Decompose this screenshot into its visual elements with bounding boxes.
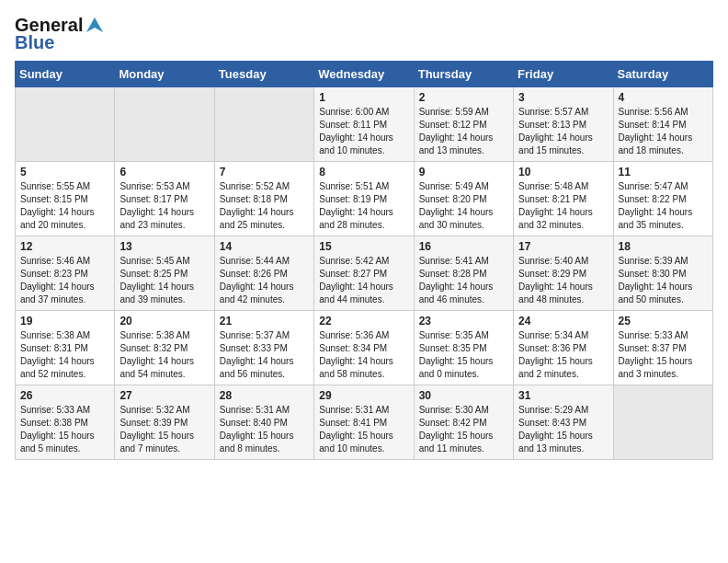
cell-info: Sunrise: 5:31 AMSunset: 8:40 PMDaylight:… [220,404,309,455]
calendar-cell: 1Sunrise: 6:00 AMSunset: 8:11 PMDaylight… [314,87,414,162]
day-number: 2 [419,91,508,104]
calendar-table: SundayMondayTuesdayWednesdayThursdayFrid… [15,61,713,460]
cell-info: Sunrise: 5:30 AMSunset: 8:42 PMDaylight:… [419,404,508,455]
header-day-monday: Monday [115,62,214,87]
cell-info: Sunrise: 5:52 AMSunset: 8:18 PMDaylight:… [220,180,309,232]
header-day-wednesday: Wednesday [314,62,414,87]
day-number: 29 [319,389,408,402]
header-day-thursday: Thursday [414,62,513,87]
calendar-cell: 14Sunrise: 5:44 AMSunset: 8:26 PMDayligh… [214,236,313,311]
calendar-cell: 21Sunrise: 5:37 AMSunset: 8:33 PMDayligh… [214,311,313,385]
day-number: 6 [119,166,209,178]
cell-info: Sunrise: 5:53 AMSunset: 8:17 PMDaylight:… [119,180,209,232]
day-number: 14 [220,240,309,253]
calendar-cell: 10Sunrise: 5:48 AMSunset: 8:21 PMDayligh… [514,162,613,236]
day-number: 27 [119,389,209,402]
calendar-cell: 28Sunrise: 5:31 AMSunset: 8:40 PMDayligh… [214,385,313,460]
cell-info: Sunrise: 5:57 AMSunset: 8:13 PMDaylight:… [518,106,608,157]
calendar-cell [613,385,712,460]
cell-info: Sunrise: 5:38 AMSunset: 8:32 PMDaylight:… [119,329,209,381]
day-number: 19 [20,315,109,327]
calendar-cell: 13Sunrise: 5:45 AMSunset: 8:25 PMDayligh… [115,236,214,311]
calendar-cell: 2Sunrise: 5:59 AMSunset: 8:12 PMDaylight… [414,87,513,162]
day-number: 5 [20,166,109,178]
calendar-week-4: 19Sunrise: 5:38 AMSunset: 8:31 PMDayligh… [16,311,713,385]
calendar-cell: 15Sunrise: 5:42 AMSunset: 8:27 PMDayligh… [314,236,414,311]
calendar-week-3: 12Sunrise: 5:46 AMSunset: 8:23 PMDayligh… [16,236,713,311]
cell-info: Sunrise: 5:59 AMSunset: 8:12 PMDaylight:… [419,106,508,157]
calendar-cell: 18Sunrise: 5:39 AMSunset: 8:30 PMDayligh… [613,236,712,311]
day-number: 18 [619,240,708,253]
calendar-cell [214,87,313,162]
day-number: 26 [20,389,109,402]
cell-info: Sunrise: 5:33 AMSunset: 8:37 PMDaylight:… [619,329,708,381]
cell-info: Sunrise: 5:56 AMSunset: 8:14 PMDaylight:… [619,106,708,157]
cell-info: Sunrise: 5:38 AMSunset: 8:31 PMDaylight:… [20,329,109,381]
day-number: 23 [419,315,508,327]
day-number: 31 [518,389,608,402]
day-number: 11 [619,166,708,178]
cell-info: Sunrise: 5:46 AMSunset: 8:23 PMDaylight:… [20,255,109,306]
cell-info: Sunrise: 5:55 AMSunset: 8:15 PMDaylight:… [20,180,109,232]
calendar-cell: 24Sunrise: 5:34 AMSunset: 8:36 PMDayligh… [514,311,613,385]
cell-info: Sunrise: 5:41 AMSunset: 8:28 PMDaylight:… [419,255,508,306]
cell-info: Sunrise: 5:48 AMSunset: 8:21 PMDaylight:… [518,180,608,232]
cell-info: Sunrise: 5:42 AMSunset: 8:27 PMDaylight:… [319,255,408,306]
svg-marker-0 [86,17,103,32]
calendar-week-5: 26Sunrise: 5:33 AMSunset: 8:38 PMDayligh… [16,385,713,460]
day-number: 3 [518,91,608,104]
calendar-cell: 6Sunrise: 5:53 AMSunset: 8:17 PMDaylight… [115,162,214,236]
calendar-cell: 23Sunrise: 5:35 AMSunset: 8:35 PMDayligh… [414,311,513,385]
logo-blue-text: Blue [15,32,54,53]
cell-info: Sunrise: 6:00 AMSunset: 8:11 PMDaylight:… [319,106,408,157]
calendar-header-row: SundayMondayTuesdayWednesdayThursdayFrid… [16,62,713,87]
cell-info: Sunrise: 5:37 AMSunset: 8:33 PMDaylight:… [220,329,309,381]
calendar-cell: 19Sunrise: 5:38 AMSunset: 8:31 PMDayligh… [16,311,115,385]
calendar-week-2: 5Sunrise: 5:55 AMSunset: 8:15 PMDaylight… [16,162,713,236]
day-number: 22 [319,315,408,327]
day-number: 1 [319,91,408,104]
cell-info: Sunrise: 5:36 AMSunset: 8:34 PMDaylight:… [319,329,408,381]
calendar-week-1: 1Sunrise: 6:00 AMSunset: 8:11 PMDaylight… [16,87,713,162]
logo: General Blue [15,15,105,53]
calendar-cell: 11Sunrise: 5:47 AMSunset: 8:22 PMDayligh… [613,162,712,236]
header-day-saturday: Saturday [613,62,712,87]
day-number: 13 [119,240,209,253]
logo-bird-icon [85,16,105,36]
cell-info: Sunrise: 5:44 AMSunset: 8:26 PMDaylight:… [220,255,309,306]
cell-info: Sunrise: 5:32 AMSunset: 8:39 PMDaylight:… [119,404,209,455]
day-number: 12 [20,240,109,253]
cell-info: Sunrise: 5:51 AMSunset: 8:19 PMDaylight:… [319,180,408,232]
calendar-cell [115,87,214,162]
day-number: 16 [419,240,508,253]
cell-info: Sunrise: 5:33 AMSunset: 8:38 PMDaylight:… [20,404,109,455]
page-header: General Blue [15,15,713,53]
day-number: 20 [119,315,209,327]
calendar-cell: 17Sunrise: 5:40 AMSunset: 8:29 PMDayligh… [514,236,613,311]
day-number: 17 [518,240,608,253]
calendar-body: 1Sunrise: 6:00 AMSunset: 8:11 PMDaylight… [16,87,713,460]
calendar-cell [16,87,115,162]
calendar-cell: 3Sunrise: 5:57 AMSunset: 8:13 PMDaylight… [514,87,613,162]
cell-info: Sunrise: 5:35 AMSunset: 8:35 PMDaylight:… [419,329,508,381]
cell-info: Sunrise: 5:31 AMSunset: 8:41 PMDaylight:… [319,404,408,455]
cell-info: Sunrise: 5:29 AMSunset: 8:43 PMDaylight:… [518,404,608,455]
cell-info: Sunrise: 5:34 AMSunset: 8:36 PMDaylight:… [518,329,608,381]
calendar-cell: 4Sunrise: 5:56 AMSunset: 8:14 PMDaylight… [613,87,712,162]
calendar-cell: 7Sunrise: 5:52 AMSunset: 8:18 PMDaylight… [214,162,313,236]
calendar-cell: 29Sunrise: 5:31 AMSunset: 8:41 PMDayligh… [314,385,414,460]
day-number: 15 [319,240,408,253]
day-number: 8 [319,166,408,178]
cell-info: Sunrise: 5:40 AMSunset: 8:29 PMDaylight:… [518,255,608,306]
calendar-cell: 20Sunrise: 5:38 AMSunset: 8:32 PMDayligh… [115,311,214,385]
cell-info: Sunrise: 5:47 AMSunset: 8:22 PMDaylight:… [619,180,708,232]
calendar-cell: 22Sunrise: 5:36 AMSunset: 8:34 PMDayligh… [314,311,414,385]
day-number: 21 [220,315,309,327]
calendar-cell: 8Sunrise: 5:51 AMSunset: 8:19 PMDaylight… [314,162,414,236]
day-number: 10 [518,166,608,178]
calendar-cell: 26Sunrise: 5:33 AMSunset: 8:38 PMDayligh… [16,385,115,460]
header-day-tuesday: Tuesday [214,62,313,87]
day-number: 4 [619,91,708,104]
calendar-cell: 9Sunrise: 5:49 AMSunset: 8:20 PMDaylight… [414,162,513,236]
calendar-cell: 5Sunrise: 5:55 AMSunset: 8:15 PMDaylight… [16,162,115,236]
